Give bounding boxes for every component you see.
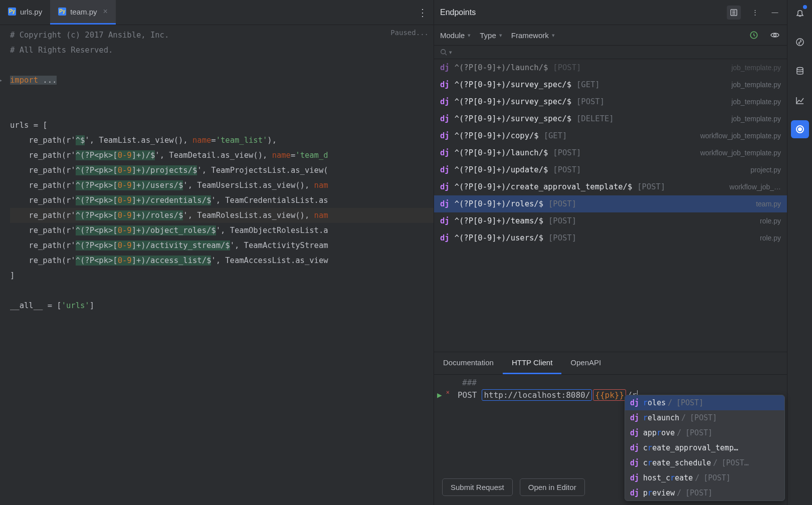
refresh-icon[interactable] <box>748 29 760 41</box>
framework-badge: dj <box>440 131 450 140</box>
right-toolbar <box>787 0 812 505</box>
endpoints-tool-icon[interactable] <box>791 120 809 138</box>
endpoint-file: job_template.py <box>731 115 781 123</box>
endpoint-path: ^(?P[0-9]+)/update/$ <box>455 165 548 174</box>
http-url[interactable]: http://localhost:8080/{{pk}}/r <box>482 390 638 400</box>
framework-badge: dj <box>440 182 450 191</box>
submit-request-button[interactable]: Submit Request <box>442 478 513 496</box>
endpoints-panel: Endpoints ⋮ — Module▾ Type▾ Framework▾ <box>434 0 787 505</box>
endpoint-row[interactable]: dj^(?P[0-9]+)/launch/$[POST]job_template… <box>434 59 787 76</box>
chart-icon[interactable] <box>791 91 809 109</box>
framework-badge: dj <box>630 413 639 422</box>
endpoint-path: ^(?P[0-9]+)/survey_spec/$ <box>455 114 571 123</box>
autocomplete-item[interactable]: djhost_create/ [POST] <box>625 470 784 485</box>
search-icon <box>440 49 447 56</box>
endpoint-method: [POST] <box>553 165 581 174</box>
code-line: re_path(r'^(?P<pk>[0-9]+)/credentials/$'… <box>10 193 434 208</box>
error-marker-icon: × <box>446 389 450 396</box>
code-line: __all__ = ['urls'] <box>10 298 434 313</box>
endpoint-row[interactable]: dj^(?P[0-9]+)/update/$[POST]project.py <box>434 161 787 178</box>
endpoint-method: [POST] <box>548 199 576 208</box>
endpoint-file: team.py <box>756 200 781 208</box>
endpoint-method: [POST] <box>548 216 576 225</box>
svg-line-7 <box>445 54 447 56</box>
framework-badge: dj <box>440 148 450 157</box>
endpoint-search[interactable]: ▾ <box>434 46 787 59</box>
filter-type[interactable]: Type▾ <box>480 31 502 40</box>
framework-badge: dj <box>630 458 639 467</box>
close-icon[interactable]: × <box>103 7 108 16</box>
run-icon[interactable]: ▶ <box>437 390 442 400</box>
endpoint-row[interactable]: dj^(?P[0-9]+)/copy/$[GET]workflow_job_te… <box>434 127 787 144</box>
notification-dot <box>803 5 807 9</box>
autocomplete-item[interactable]: djroles/ [POST] <box>625 395 784 410</box>
endpoint-method: [POST] <box>548 233 576 242</box>
database-icon[interactable] <box>791 62 809 80</box>
open-in-editor-button[interactable]: Open in Editor <box>520 478 585 496</box>
filter-framework[interactable]: Framework▾ <box>511 31 555 40</box>
autocomplete-item[interactable]: djcreate_schedule/ [POST… <box>625 455 784 470</box>
endpoint-list: dj^(?P[0-9]+)/launch/$[POST]job_template… <box>434 59 787 352</box>
endpoint-path: ^(?P[0-9]+)/teams/$ <box>455 216 543 225</box>
endpoint-path: ^(?P[0-9]+)/survey_spec/$ <box>455 80 571 89</box>
detail-tabs: Documentation HTTP Client OpenAPI <box>434 352 787 375</box>
chevron-down-icon: ▾ <box>468 32 471 39</box>
framework-badge: dj <box>440 80 450 89</box>
endpoint-path: ^(?P[0-9]+)/create_approval_template/$ <box>455 182 633 191</box>
endpoint-row[interactable]: dj^(?P[0-9]+)/launch/$[POST]workflow_job… <box>434 144 787 161</box>
endpoint-path: ^(?P[0-9]+)/launch/$ <box>455 63 548 72</box>
http-client-area[interactable]: ### ▶ × POST http://localhost:8080/{{pk}… <box>434 375 787 505</box>
tab-openapi[interactable]: OpenAPI <box>561 352 610 374</box>
tab-overflow-icon[interactable]: ⋮ <box>412 7 434 19</box>
tab-http-client[interactable]: HTTP Client <box>503 352 561 374</box>
fold-icon[interactable]: ▸ <box>0 73 3 88</box>
code-line: re_path(r'^(?P<pk>[0-9]+)/roles/$', Team… <box>10 208 434 223</box>
notifications-icon[interactable] <box>791 4 809 22</box>
endpoint-method: [DELETE] <box>576 114 614 123</box>
python-icon: Py <box>58 8 66 16</box>
code-line: re_path(r'^(?P<pk>[0-9]+)/users/$', Team… <box>10 178 434 193</box>
endpoint-row[interactable]: dj^(?P[0-9]+)/survey_spec/$[GET]job_temp… <box>434 76 787 93</box>
expand-icon[interactable] <box>727 6 741 20</box>
endpoint-path: ^(?P[0-9]+)/users/$ <box>455 233 543 242</box>
endpoint-file: workflow_job_template.py <box>700 149 781 157</box>
code-line: re_path(r'^(?P<pk>[0-9]+)/access_list/$'… <box>10 253 434 268</box>
tab-label: urls.py <box>20 8 42 16</box>
autocomplete-item[interactable]: djpreview/ [POST] <box>625 485 784 500</box>
code-line: re_path(r'^(?P<pk>[0-9]+)/activity_strea… <box>10 238 434 253</box>
code-line: # All Rights Reserved. <box>10 43 434 58</box>
endpoint-method: [POST] <box>637 182 665 191</box>
code-line <box>10 283 434 298</box>
endpoint-path: ^(?P[0-9]+)/copy/$ <box>455 131 539 140</box>
tab-team-py[interactable]: Py team.py × <box>50 0 116 25</box>
code-line: urls = [ <box>10 118 434 133</box>
framework-badge: dj <box>630 428 639 437</box>
endpoint-row[interactable]: dj^(?P[0-9]+)/users/$[POST]role.py <box>434 229 787 246</box>
filter-module[interactable]: Module▾ <box>440 31 471 40</box>
code-editor[interactable]: Paused... # Copyright (c) 2017 Ansible, … <box>0 25 434 505</box>
code-line: re_path(r'^(?P<pk>[0-9]+)/projects/$', T… <box>10 163 434 178</box>
visibility-icon[interactable] <box>769 29 781 41</box>
endpoint-method: [POST] <box>553 148 581 157</box>
svg-point-6 <box>441 50 446 54</box>
chevron-down-icon: ▾ <box>499 32 502 39</box>
endpoint-file: job_template.py <box>731 81 781 89</box>
endpoint-row[interactable]: dj^(?P[0-9]+)/survey_spec/$[DELETE]job_t… <box>434 110 787 127</box>
tab-documentation[interactable]: Documentation <box>434 352 503 374</box>
endpoint-row[interactable]: dj^(?P[0-9]+)/roles/$[POST]team.py <box>434 195 787 212</box>
ai-assistant-icon[interactable] <box>791 33 809 51</box>
endpoint-row[interactable]: dj^(?P[0-9]+)/survey_spec/$[POST]job_tem… <box>434 93 787 110</box>
endpoint-row[interactable]: dj^(?P[0-9]+)/create_approval_template/$… <box>434 178 787 195</box>
minimize-icon[interactable]: — <box>769 7 781 19</box>
framework-badge: dj <box>440 114 450 123</box>
autocomplete-item[interactable]: djcreate_approval_temp… <box>625 440 784 455</box>
endpoint-file: role.py <box>760 217 781 225</box>
autocomplete-item[interactable]: djapprove/ [POST] <box>625 425 784 440</box>
endpoint-row[interactable]: dj^(?P[0-9]+)/teams/$[POST]role.py <box>434 212 787 229</box>
more-icon[interactable]: ⋮ <box>749 7 761 19</box>
tab-urls-py[interactable]: Py urls.py <box>0 0 50 25</box>
framework-badge: dj <box>630 443 639 452</box>
autocomplete-item[interactable]: djrelaunch/ [POST] <box>625 410 784 425</box>
panel-title: Endpoints <box>440 8 727 17</box>
http-method: POST <box>458 390 477 400</box>
